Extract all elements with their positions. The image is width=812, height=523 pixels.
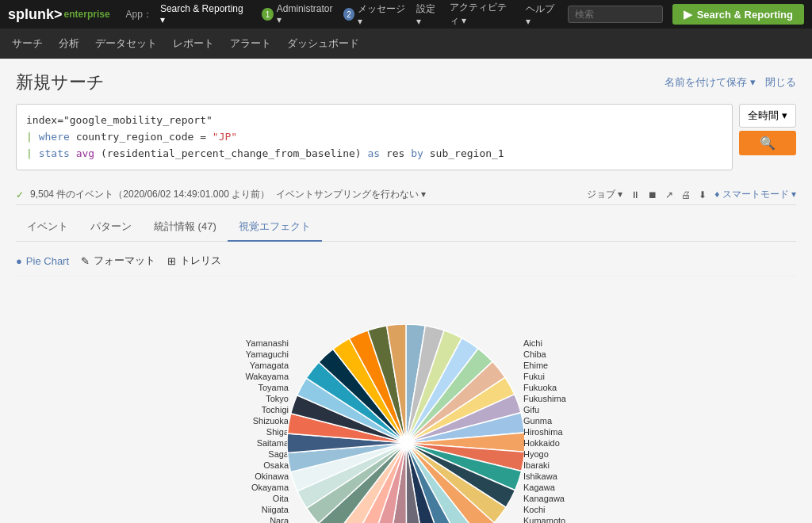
- refresh-icon[interactable]: ↗: [665, 189, 673, 200]
- chart-area: Yamanashi Yamaguchi Yamagata Wakayama To…: [16, 292, 796, 523]
- label-oita: Oita: [273, 494, 289, 503]
- label-saga: Saga: [268, 449, 289, 459]
- label-gifu: Gifu: [523, 405, 539, 414]
- label-osaka: Osaka: [263, 460, 289, 470]
- label-wakayama: Wakayama: [245, 372, 289, 381]
- label-yamaguchi: Yamaguchi: [246, 349, 289, 359]
- visualization-options: ● Pie Chart ✎ フォーマット ⊞ トレリス: [16, 254, 796, 277]
- run-search-button[interactable]: 🔍: [739, 131, 796, 155]
- enterprise-text: enterprise: [64, 9, 110, 20]
- nav-analytics[interactable]: 分析: [59, 32, 79, 55]
- label-fukushima: Fukushima: [523, 394, 566, 403]
- job-dropdown[interactable]: ジョブ ▾: [587, 188, 622, 201]
- check-icon: ✓: [16, 189, 24, 200]
- search-query-area[interactable]: index="google_mobility_report" | where c…: [16, 104, 733, 170]
- format-label: フォーマット: [94, 254, 155, 268]
- label-okinawa: Okinawa: [255, 471, 289, 481]
- status-left: ✓ 9,504 件のイベント（2020/06/02 14:49:01.000 よ…: [16, 188, 427, 201]
- nav-reports[interactable]: レポート: [173, 32, 214, 55]
- trellis-option[interactable]: ⊞ トレリス: [167, 254, 221, 268]
- top-navigation: splunk> enterprise App： Search & Reporti…: [0, 0, 812, 29]
- left-labels: Yamanashi Yamaguchi Yamagata Wakayama To…: [128, 292, 295, 523]
- settings-label: 設定 ▾: [416, 2, 440, 27]
- label-fukui: Fukui: [523, 372, 545, 381]
- label-ibaraki: Ibaraki: [523, 460, 550, 470]
- export-icon[interactable]: ⬇: [699, 189, 707, 200]
- label-ehime: Ehime: [523, 361, 548, 370]
- admin-label: Administrator ▾: [277, 3, 334, 25]
- label-tochigi: Tochigi: [262, 405, 289, 414]
- label-fukuoka: Fukuoka: [523, 383, 557, 392]
- activity-label: アクティビティ ▾: [450, 1, 516, 28]
- result-tabs: イベント パターン 統計情報 (47) 視覚エフェクト: [16, 213, 796, 242]
- format-icon: ✎: [81, 255, 90, 267]
- sr-button-label: Search & Reporting: [697, 9, 793, 21]
- global-search-input[interactable]: [568, 6, 663, 23]
- trellis-icon: ⊞: [167, 255, 176, 267]
- label-kochi: Kochi: [523, 505, 546, 514]
- label-kumamoto: Kumamoto: [523, 516, 565, 523]
- search-controls-right: 全時間 ▾ 🔍: [739, 104, 796, 178]
- nav-datasets[interactable]: データセット: [95, 32, 157, 55]
- admin-menu[interactable]: 1 Administrator ▾: [262, 3, 334, 25]
- label-hokkaido: Hokkaido: [523, 438, 560, 448]
- nav-alerts[interactable]: アラート: [230, 32, 271, 55]
- sampling-dropdown[interactable]: イベントサンプリングを行わない ▾: [276, 188, 426, 201]
- save-button[interactable]: 名前を付けて保存 ▾: [665, 75, 756, 90]
- label-yamanashi: Yamanashi: [246, 338, 289, 348]
- help-label: ヘルプ ▾: [526, 2, 558, 27]
- nav-dashboards[interactable]: ダッシュボード: [287, 32, 359, 55]
- label-okayama: Okayama: [251, 483, 289, 492]
- label-aichi: Aichi: [523, 338, 542, 348]
- label-chiba: Chiba: [523, 349, 546, 359]
- nav-search[interactable]: サーチ: [12, 32, 43, 55]
- pie-chart-icon: ●: [16, 255, 22, 267]
- label-niigata: Niigata: [262, 505, 289, 514]
- print-icon[interactable]: 🖨: [681, 189, 691, 200]
- message-badge: 2: [343, 8, 354, 21]
- search-reporting-button[interactable]: ▶ Search & Reporting: [672, 4, 804, 25]
- status-right: ジョブ ▾ ⏸ ⏹ ↗ 🖨 ⬇ ♦ スマートモード ▾: [587, 188, 796, 201]
- label-shiga: Shiga: [266, 427, 289, 437]
- top-nav-icons: 1 Administrator ▾ 2 メッセージ ▾ 設定 ▾ アクティビティ…: [262, 1, 804, 28]
- label-nara: Nara: [270, 516, 289, 523]
- pie-chart-label: Pie Chart: [26, 255, 69, 267]
- app-label: App：: [126, 8, 152, 21]
- main-content: 新規サーチ 名前を付けて保存 ▾ 閉じる index="google_mobil…: [0, 59, 812, 523]
- label-saitama: Saitama: [257, 438, 289, 448]
- second-navigation: サーチ 分析 データセット レポート アラート ダッシュボード: [0, 29, 812, 59]
- time-picker-button[interactable]: 全時間 ▾: [739, 104, 796, 128]
- close-button[interactable]: 閉じる: [765, 75, 796, 90]
- splunk-brand-text: splunk>: [8, 6, 63, 23]
- tab-events[interactable]: イベント: [16, 213, 79, 242]
- message-menu[interactable]: 2 メッセージ ▾: [343, 2, 407, 27]
- settings-menu[interactable]: 設定 ▾: [416, 2, 440, 27]
- label-tokyo: Tokyo: [266, 394, 289, 403]
- label-kagawa: Kagawa: [523, 483, 555, 492]
- format-option[interactable]: ✎ フォーマット: [81, 254, 155, 268]
- status-bar: ✓ 9,504 件のイベント（2020/06/02 14:49:01.000 よ…: [16, 185, 796, 205]
- header-actions: 名前を付けて保存 ▾ 閉じる: [665, 75, 796, 90]
- label-yamagata: Yamagata: [250, 361, 289, 370]
- result-count: 9,504 件のイベント（2020/06/02 14:49:01.000 より前…: [30, 188, 270, 201]
- label-ishikawa: Ishikawa: [523, 471, 557, 481]
- tab-patterns[interactable]: パターン: [79, 213, 143, 242]
- pie-chart-option[interactable]: ● Pie Chart: [16, 255, 69, 267]
- search-query-text: index="google_mobility_report" | where c…: [26, 113, 722, 162]
- admin-badge: 1: [262, 8, 273, 21]
- smart-mode-dropdown[interactable]: ♦ スマートモード ▾: [714, 188, 796, 201]
- splunk-logo: splunk> enterprise: [8, 6, 110, 23]
- message-label: メッセージ ▾: [358, 2, 407, 27]
- help-menu[interactable]: ヘルプ ▾: [526, 2, 558, 27]
- activity-menu[interactable]: アクティビティ ▾: [450, 1, 516, 28]
- tab-statistics[interactable]: 統計情報 (47): [143, 213, 228, 242]
- stop-icon[interactable]: ⏹: [648, 189, 657, 200]
- pause-icon[interactable]: ⏸: [630, 189, 640, 200]
- label-hiroshima: Hiroshima: [523, 427, 563, 437]
- app-name-dropdown[interactable]: Search & Reporting ▾: [160, 3, 246, 25]
- pie-chart-container: Yamanashi Yamaguchi Yamagata Wakayama To…: [128, 292, 684, 523]
- right-labels: Aichi Chiba Ehime Fukui Fukuoka Fukushim…: [517, 292, 684, 523]
- tab-visualization[interactable]: 視覚エフェクト: [228, 213, 322, 242]
- pie-chart-svg: [287, 324, 525, 523]
- label-shizuoka: Shizuoka: [253, 416, 289, 426]
